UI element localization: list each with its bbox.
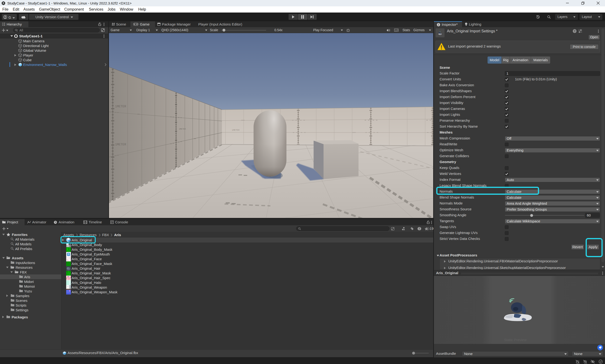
svg-text:1METER: 1METER (232, 129, 240, 131)
svg-text:1METER: 1METER (115, 143, 126, 146)
svg-text:1METER: 1METER (115, 105, 126, 108)
svg-text:1METER: 1METER (179, 128, 186, 130)
svg-text:?: ? (574, 30, 576, 33)
